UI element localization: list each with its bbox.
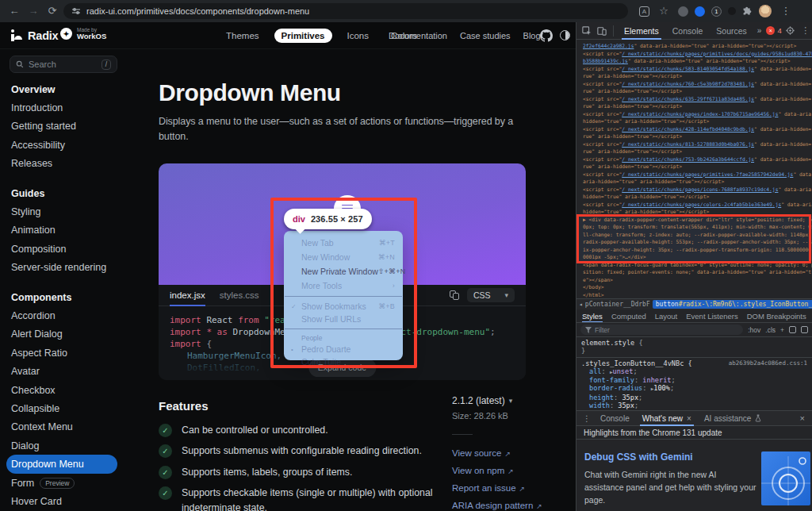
- profile-avatar[interactable]: [759, 5, 772, 17]
- dom-node-line[interactable]: <script src="/_next/static/chunks/583-81…: [583, 65, 812, 73]
- sidebar-item[interactable]: Form Preview: [6, 474, 117, 492]
- more-tabs-icon[interactable]: »: [755, 26, 764, 35]
- sidebar-item[interactable]: Animation: [6, 221, 117, 240]
- translate-icon[interactable]: A: [639, 6, 649, 17]
- dom-node-line[interactable]: rue" aria-hidden="true"></script>: [583, 163, 812, 171]
- sidebar-item[interactable]: Dialog: [6, 436, 117, 455]
- sidebar-item[interactable]: Aspect Ratio: [6, 344, 117, 362]
- tab-styles-css[interactable]: styles.css: [220, 285, 259, 305]
- sidebar-item[interactable]: Alert Dialog: [6, 325, 117, 344]
- nav-pill[interactable]: Themes: [219, 29, 266, 43]
- error-badge[interactable]: × 4: [766, 26, 781, 35]
- sidebar-item[interactable]: Releases: [6, 155, 117, 173]
- dom-node-line[interactable]: <script src="/_next/static/chunks/428-11…: [583, 125, 812, 133]
- dom-node-line[interactable]: b3588b91439c.js" data-aria-hidden="true"…: [583, 57, 812, 65]
- breadcrumb-selected[interactable]: button#radix-\:Rm9n6\:.styles_IconButton…: [653, 300, 812, 309]
- dom-node-line[interactable]: rue" aria-hidden="true"></script>: [583, 87, 812, 95]
- dom-node-line[interactable]: </html>: [583, 291, 812, 299]
- github-icon[interactable]: [540, 29, 553, 42]
- dom-node-line[interactable]: <script src="/_next/static/chunks/pages/…: [583, 201, 812, 209]
- close-drawer-icon[interactable]: ×: [797, 413, 808, 423]
- search-input[interactable]: Search /: [10, 56, 117, 73]
- dom-node-line[interactable]: rue" aria-hidden="true"></script>: [583, 102, 812, 110]
- new-style-rule-button[interactable]: +: [780, 326, 784, 334]
- dom-node-line[interactable]: <script src="/_next/static/chunks/pages/…: [583, 110, 812, 118]
- address-bar[interactable]: radix-ui.com/primitives/docs/components/…: [63, 3, 628, 19]
- device-toolbar-icon[interactable]: [596, 25, 608, 37]
- css-property[interactable]: border-radius▶100%;: [581, 384, 807, 393]
- nav-pill[interactable]: Primitives: [274, 29, 332, 43]
- css-property[interactable]: width▶35px;: [581, 402, 807, 409]
- dom-node-line[interactable]: rue" aria-hidden="true"></script>: [583, 72, 812, 80]
- devtools-kebab-icon[interactable]: ⋮: [799, 25, 812, 37]
- computed-sidebar-icon[interactable]: [789, 326, 796, 333]
- sidebar-item[interactable]: Avatar: [6, 362, 117, 380]
- dom-node-line[interactable]: 2f2ef644c2a982.js" data-aria-hidden="tru…: [583, 42, 812, 50]
- breadcrumb-left-icon[interactable]: ◂: [579, 301, 583, 308]
- close-tab-icon[interactable]: ×: [687, 414, 691, 423]
- version-select[interactable]: 2.1.2 (latest) ▾: [452, 395, 531, 406]
- settings-gear-icon[interactable]: [784, 25, 797, 37]
- site-settings-icon[interactable]: [71, 6, 81, 16]
- css-property[interactable]: height▶35px;: [581, 394, 807, 402]
- meta-link[interactable]: View source ↗: [452, 448, 531, 458]
- css-file-link[interactable]: ab2639b2a4c086ed.css:1: [729, 359, 807, 367]
- dom-node-line[interactable]: <script src="/_next/static/chunks/pages/…: [583, 50, 812, 58]
- dom-node-line[interactable]: sition: fixed; pointer-events: none;" da…: [583, 268, 812, 276]
- dom-node-line[interactable]: <script src="/_next/static/chunks/pages/…: [583, 186, 812, 194]
- dom-node-line[interactable]: hidden="true" aria-hidden="true"></scrip…: [583, 117, 812, 125]
- theme-toggle-icon[interactable]: [560, 30, 570, 40]
- meta-link[interactable]: Report an issue ↗: [452, 483, 531, 493]
- sidebar-item[interactable]: Accessibility: [6, 136, 117, 154]
- dom-node-line[interactable]: e"></span>: [583, 276, 812, 284]
- bookmark-star-icon[interactable]: ☆: [656, 0, 672, 22]
- tab-computed[interactable]: Computed: [611, 309, 646, 323]
- drawer-tab-ai-assistance[interactable]: AI assistance: [699, 410, 767, 426]
- breadcrumb-parent[interactable]: pContainer__DdrbF: [585, 301, 650, 308]
- copy-code-icon[interactable]: [450, 290, 459, 300]
- workos-badge[interactable]: ✦ Made by WorkOS: [60, 27, 106, 40]
- dom-node-line[interactable]: <script src="/_next/static/chunks/pages/…: [583, 171, 812, 179]
- css-property[interactable]: font-family▶inherit;: [581, 376, 807, 384]
- dom-node-line[interactable]: <script src="/_next/static/chunks/753-9b…: [583, 156, 812, 163]
- reload-icon[interactable]: ⟳: [44, 0, 60, 22]
- sidebar-item[interactable]: Composition: [6, 240, 117, 258]
- sidebar-item[interactable]: Accordion: [6, 306, 117, 325]
- tab-elements[interactable]: Elements: [619, 22, 665, 40]
- panel-layout-icon[interactable]: [801, 326, 808, 333]
- nav-pill[interactable]: Icons: [340, 29, 377, 43]
- meta-link[interactable]: ARIA design pattern ↗: [452, 501, 531, 510]
- extension-icon[interactable]: [728, 7, 736, 15]
- sidebar-item[interactable]: Server-side rendering: [6, 259, 117, 277]
- sidebar-item[interactable]: Getting started: [6, 117, 117, 136]
- meta-link[interactable]: View on npm ↗: [452, 466, 531, 475]
- dom-node-line[interactable]: <script src="/_next/static/chunks/635-29…: [583, 95, 812, 103]
- radix-logo[interactable]: Radix: [10, 29, 59, 42]
- extension-icon[interactable]: [678, 6, 688, 17]
- sidebar-item[interactable]: Checkbox: [6, 381, 117, 399]
- extension-badge-icon[interactable]: 1: [711, 6, 722, 17]
- element-style-selector[interactable]: element.style: [581, 339, 634, 347]
- tab-console[interactable]: Console: [667, 22, 709, 40]
- sidebar-item[interactable]: Context Menu: [6, 418, 117, 436]
- drawer-tab-console[interactable]: Console: [595, 410, 635, 426]
- tab-event-listeners[interactable]: Event Listeners: [686, 309, 737, 323]
- tab-sources[interactable]: Sources: [710, 22, 753, 40]
- sidebar-item[interactable]: Hover Card: [6, 492, 117, 510]
- tab-dom-breakpoints[interactable]: DOM Breakpoints: [747, 309, 806, 323]
- back-icon[interactable]: ←: [6, 0, 22, 22]
- nav-link[interactable]: Case studies: [460, 31, 511, 40]
- inspect-element-icon[interactable]: [580, 25, 593, 37]
- dom-node-line[interactable]: <script src="/_next/static/chunks/760-c5…: [583, 80, 812, 88]
- styles-pane[interactable]: element.style { } .styles_IconButton__4v…: [576, 337, 812, 410]
- extension-icon[interactable]: [695, 6, 705, 17]
- drawer-kebab-icon[interactable]: ⋮: [580, 412, 593, 425]
- sidebar-item[interactable]: Introduction: [6, 98, 117, 117]
- dom-node-line[interactable]: hidden="true" aria-hidden="true"></scrip…: [583, 193, 812, 201]
- tab-styles[interactable]: Styles: [582, 309, 603, 323]
- css-rule-selector[interactable]: .styles_IconButton__4vNBc {: [581, 359, 692, 367]
- nav-link[interactable]: Blog: [523, 31, 541, 40]
- drawer-tab-whats-new[interactable]: What's new ×: [637, 410, 697, 426]
- forward-icon[interactable]: →: [25, 0, 41, 22]
- sidebar-item[interactable]: Styling: [6, 202, 117, 221]
